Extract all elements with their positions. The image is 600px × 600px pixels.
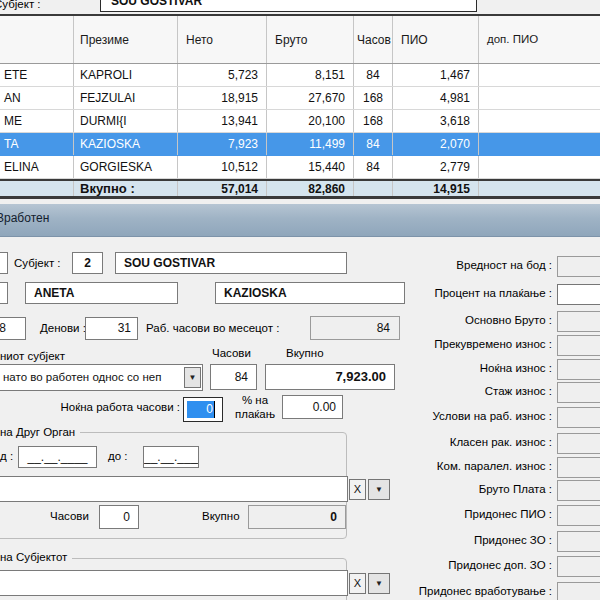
- other-organ-title: на Друг Орган: [0, 426, 80, 438]
- cell-surname: GORGIESKA: [74, 156, 178, 178]
- right-label-13: Придонес вработување :: [402, 585, 552, 597]
- total-pio: 14,915: [393, 181, 479, 196]
- clear-button[interactable]: X: [349, 573, 366, 594]
- right-field-6: [557, 407, 600, 428]
- work-total-field[interactable]: 7,923.00: [265, 364, 395, 390]
- chevron-down-icon[interactable]: ▼: [184, 367, 201, 388]
- cell-bruto: 20,100: [267, 110, 354, 132]
- clipped-field-left-a[interactable]: [0, 252, 8, 274]
- employee-panel-header[interactable]: Вработен: [0, 204, 600, 237]
- right-label-11: Придонес ЗО :: [402, 534, 552, 546]
- subject-label: Субјект :: [0, 0, 41, 10]
- total-hours: [354, 181, 393, 196]
- other-organ-combobox[interactable]: [0, 476, 348, 502]
- total-neto: 57,014: [178, 181, 267, 196]
- work-relation-combobox[interactable]: нато во работен однос со неп: [0, 364, 203, 391]
- payroll-app-window: Субјект : SOU GOSTIVAR Презиме Нето Брут…: [0, 0, 600, 600]
- table-row[interactable]: ME DURMI{I 13,941 20,100 168 3,618: [0, 110, 600, 133]
- cell-pio: 1,467: [393, 64, 479, 86]
- date-to-input[interactable]: __.__.____: [143, 446, 199, 468]
- right-label-0: Вредност на бод :: [402, 259, 552, 271]
- right-label-9: Бруто Плата :: [402, 483, 552, 495]
- cell-name: AN: [0, 87, 74, 109]
- right-field-8: [557, 457, 600, 478]
- days-label: Денови :: [40, 322, 86, 334]
- right-field-10: [557, 505, 600, 526]
- right-field-1[interactable]: [557, 284, 600, 305]
- cell-hours: 168: [354, 87, 393, 109]
- table-row[interactable]: AN FEJZULAI 18,915 27,670 168 4,981: [0, 87, 600, 110]
- month-hours-field[interactable]: 84: [310, 316, 400, 340]
- night-hours-input[interactable]: 0: [183, 397, 223, 422]
- right-field-4: [557, 359, 600, 380]
- total-bruto: 82,860: [267, 181, 354, 196]
- clear-button[interactable]: X: [349, 479, 366, 500]
- first-name-field[interactable]: ANETA: [25, 282, 178, 304]
- cell-total-blank: [0, 181, 74, 196]
- cell-hours: 84: [354, 156, 393, 178]
- cell-dop-pio: [479, 156, 600, 178]
- table-row[interactable]: ETE KAPROLI 5,723 8,151 84 1,467: [0, 64, 600, 87]
- work-group-title: ниот субјект: [0, 350, 65, 362]
- date-to-label: до :: [108, 450, 128, 462]
- cell-pio: 2,779: [393, 156, 479, 178]
- subject-id-field[interactable]: 2: [72, 252, 103, 274]
- right-field-13: [557, 582, 600, 600]
- work-hours-header: Часови: [212, 347, 251, 359]
- night-hours-label: Ноќна работа часови :: [40, 401, 180, 413]
- subject-work-combobox[interactable]: [0, 570, 348, 596]
- cell-bruto: 8,151: [267, 64, 354, 86]
- table-row[interactable]: ELINA GORGIESKA 10,512 15,440 84 2,779: [0, 156, 600, 179]
- cell-name: ME: [0, 110, 74, 132]
- col-header-surname: Презиме: [74, 16, 178, 63]
- right-label-2: Основно Бруто :: [402, 314, 552, 326]
- cell-neto: 13,941: [178, 110, 267, 132]
- table-total-row: Вкупно : 57,014 82,860 14,915: [0, 179, 600, 199]
- cell-surname: KAZIOSKA: [74, 133, 178, 155]
- cell-name: ETE: [0, 64, 74, 86]
- last-name-field[interactable]: KAZIOSKA: [215, 282, 405, 304]
- right-field-7: [557, 433, 600, 454]
- col-header-bruto: Бруто: [267, 16, 354, 63]
- cell-bruto: 27,670: [267, 87, 354, 109]
- work-hours-field[interactable]: 84: [210, 364, 257, 390]
- hours-168-field[interactable]: 168: [0, 317, 26, 340]
- cell-surname: KAPROLI: [74, 64, 178, 86]
- cell-dop-pio: [479, 87, 600, 109]
- right-field-0: [557, 256, 600, 277]
- clipped-field-left-b[interactable]: [0, 282, 8, 304]
- table-header-row: Презиме Нето Бруто Часов ПИО доп. ПИО: [0, 16, 600, 64]
- organ-hours-field[interactable]: 0: [99, 505, 139, 529]
- right-field-2: [557, 311, 600, 332]
- chevron-down-icon[interactable]: ▼: [368, 573, 390, 594]
- subject-name-field[interactable]: SOU GOSTIVAR: [115, 252, 347, 274]
- days-field[interactable]: 31: [85, 317, 138, 340]
- cell-bruto: 11,499: [267, 133, 354, 155]
- right-label-7: Класен рак. износ :: [402, 436, 552, 448]
- cell-neto: 5,723: [178, 64, 267, 86]
- subject-name-input[interactable]: SOU GOSTIVAR: [100, 0, 477, 12]
- col-header-name: [0, 16, 74, 63]
- cell-neto: 18,915: [178, 87, 267, 109]
- organ-total-field[interactable]: 0: [248, 505, 346, 529]
- cell-name: ELINA: [0, 156, 74, 178]
- cell-pio: 4,981: [393, 87, 479, 109]
- organ-total-label: Вкупно: [202, 510, 240, 522]
- pct-value-field[interactable]: 0.00: [282, 395, 343, 419]
- col-header-pio: ПИО: [393, 16, 479, 63]
- cell-surname: FEJZULAI: [74, 87, 178, 109]
- chevron-down-icon[interactable]: ▼: [368, 479, 390, 500]
- col-header-neto: Нето: [178, 16, 267, 63]
- col-header-hours: Часов: [354, 16, 393, 63]
- pct-label-line2: плаќањ: [230, 408, 280, 420]
- right-label-1: Процент на плаќање :: [402, 287, 552, 299]
- night-hours-selection: 0: [187, 401, 214, 418]
- right-field-11: [557, 531, 600, 552]
- right-label-8: Ком. паралел. износ :: [402, 460, 552, 472]
- date-from-input[interactable]: __.__.____: [18, 446, 97, 468]
- table-row-selected[interactable]: TA KAZIOSKA 7,923 11,499 84 2,070: [0, 133, 600, 156]
- cell-pio: 3,618: [393, 110, 479, 132]
- work-total-header: Вкупно: [286, 347, 324, 359]
- right-label-6: Услови на раб. износ :: [402, 410, 552, 422]
- cell-neto: 10,512: [178, 156, 267, 178]
